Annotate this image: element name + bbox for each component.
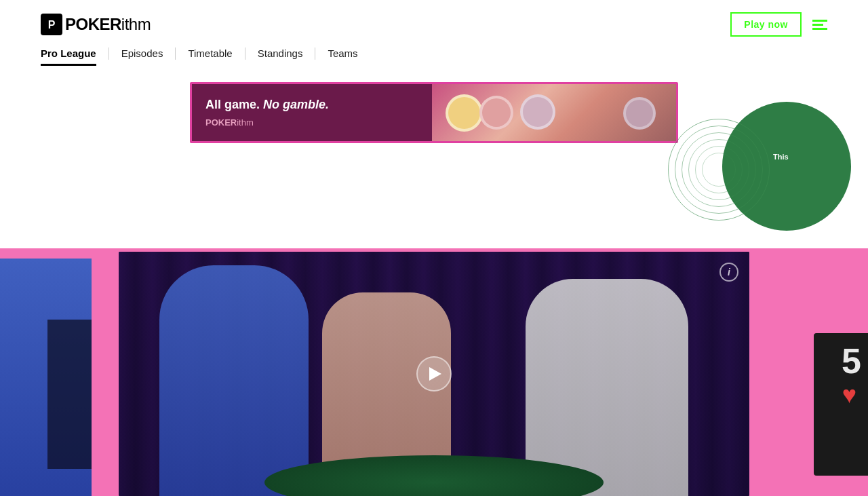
- header: P POKERithm Play now: [0, 0, 868, 37]
- nav-item-teams[interactable]: Teams: [328, 45, 357, 62]
- nav: Pro League Episodes Timetable Standings …: [0, 37, 868, 62]
- person-left-silhouette: [159, 265, 309, 496]
- nav-item-episodes[interactable]: Episodes: [121, 45, 163, 62]
- ad-logo-text: POKERithm: [205, 117, 418, 128]
- ring-6: [702, 153, 736, 187]
- play-now-button[interactable]: Play now: [730, 12, 802, 37]
- nav-divider-1: [108, 47, 109, 60]
- left-panel-dark: [47, 320, 92, 469]
- card-panel: 5 ♥: [814, 333, 868, 476]
- video-section: i 5 ♥: [0, 252, 868, 496]
- chip-4: [623, 97, 656, 130]
- play-button[interactable]: [416, 356, 452, 392]
- logo-ithm: ithm: [121, 15, 151, 33]
- info-button[interactable]: i: [719, 263, 738, 282]
- decorative-this-label: This: [773, 153, 789, 161]
- svg-text:P: P: [48, 19, 56, 31]
- hamburger-line-2: [812, 24, 823, 26]
- nav-divider-3: [245, 47, 245, 60]
- hamburger-line-1: [812, 20, 827, 22]
- logo-poker: POKER: [65, 15, 121, 33]
- hamburger-menu-icon[interactable]: [812, 20, 827, 30]
- ad-tagline-regular: No gamble.: [260, 98, 329, 111]
- ad-brand-ithm: ithm: [237, 117, 254, 128]
- logo[interactable]: P POKERithm: [41, 14, 151, 35]
- nav-item-pro-league[interactable]: Pro League: [41, 45, 96, 62]
- nav-divider-2: [175, 47, 176, 60]
- nav-item-standings[interactable]: Standings: [258, 45, 303, 62]
- left-panel: [0, 259, 92, 496]
- nav-item-timetable[interactable]: Timetable: [188, 45, 232, 62]
- ad-tagline: All game. No gamble.: [205, 98, 418, 112]
- ad-tagline-bold: All game.: [205, 98, 260, 111]
- chip-1: [446, 94, 483, 132]
- chip-3: [520, 94, 555, 130]
- video-container[interactable]: i: [119, 252, 749, 496]
- logo-text: POKERithm: [65, 15, 151, 34]
- logo-icon: P: [41, 14, 62, 35]
- ad-left: All game. No gamble. POKERithm: [192, 87, 432, 138]
- chip-2: [479, 96, 513, 130]
- ad-brand-poker: POKER: [205, 117, 237, 128]
- ad-right: [432, 82, 676, 143]
- header-right: Play now: [730, 12, 827, 37]
- hamburger-line-3: [812, 28, 827, 30]
- card-back: [827, 333, 868, 455]
- nav-divider-4: [315, 47, 315, 60]
- decorative-area: This: [668, 119, 776, 227]
- decorative-rings: [668, 119, 776, 227]
- ad-banner[interactable]: All game. No gamble. POKERithm: [190, 82, 678, 143]
